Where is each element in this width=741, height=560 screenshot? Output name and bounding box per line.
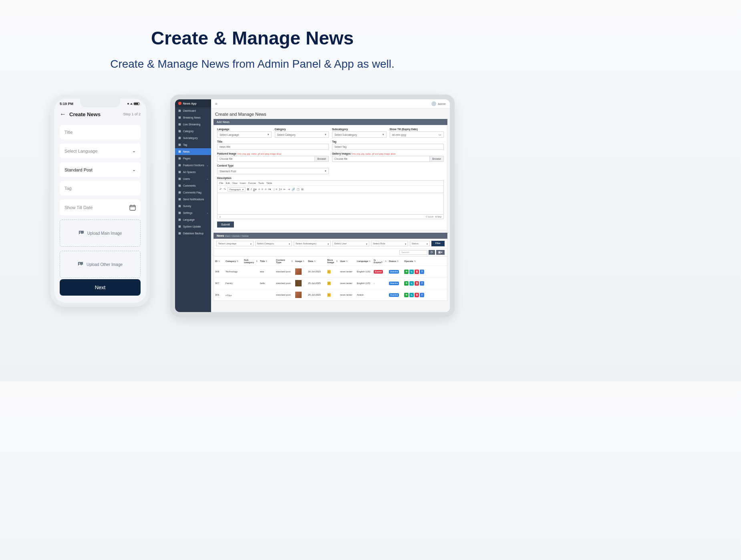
col-exp[interactable]: Is Expire?⇅	[373, 257, 388, 266]
undo-icon[interactable]: ↶	[219, 188, 222, 191]
outdent-icon[interactable]: ⇤	[284, 188, 286, 191]
sidebar-item-featured-sections[interactable]: Featured Sections‹	[175, 162, 211, 169]
columns-button[interactable]: ▦▾	[436, 250, 445, 255]
delete-button[interactable]: 🗑	[415, 270, 419, 274]
sidebar-item-ad-spaces[interactable]: Ad Spaces	[175, 169, 211, 175]
clone-button[interactable]: ⎘	[420, 293, 424, 297]
subcategory-select[interactable]: Select Subcategory▾	[332, 131, 387, 138]
align-justify-icon[interactable]: ≡▾	[268, 188, 271, 191]
title-input[interactable]: Title	[60, 125, 141, 139]
post-type-select[interactable]: Standard Post ⌄	[60, 162, 141, 177]
featured-browse-button[interactable]: Browse	[315, 156, 329, 162]
paragraph-select[interactable]: Paragraph ▾	[228, 187, 246, 191]
col-title[interactable]: Title⇅	[259, 257, 275, 266]
delete-button[interactable]: 🗑	[415, 281, 419, 286]
language-select[interactable]: Select Language ⌄	[60, 143, 141, 158]
sidebar-item-dashboard[interactable]: Dashboard	[175, 107, 211, 114]
italic-icon[interactable]: I	[251, 188, 252, 191]
menu-icon[interactable]: ≡	[215, 102, 217, 106]
filter-button[interactable]: Filter	[431, 241, 445, 246]
sidebar-item-users[interactable]: Users‹	[175, 175, 211, 182]
sidebar-item-subcategory[interactable]: Subcategory	[175, 135, 211, 141]
filter-language[interactable]: Select Language▾	[216, 241, 254, 246]
language-select[interactable]: Select Language▾	[217, 131, 272, 138]
sidebar-item-survey[interactable]: Survey	[175, 203, 211, 209]
filter-subcategory[interactable]: Select Subcategory▾	[294, 241, 331, 246]
title-input[interactable]: news title	[217, 144, 329, 150]
gallery-browse-button[interactable]: Browse	[430, 156, 444, 162]
bold-icon[interactable]: B	[247, 188, 249, 191]
category-select[interactable]: Select Category▾	[275, 131, 329, 138]
col-cat[interactable]: Category⇅	[224, 257, 243, 266]
redo-icon[interactable]: ↷	[224, 188, 226, 191]
col-id[interactable]: ID⇅	[214, 257, 224, 266]
content-type-select[interactable]: Standard Post▾	[217, 168, 329, 174]
edit-button[interactable]: ✎	[409, 293, 414, 297]
sidebar-item-language[interactable]: Language	[175, 216, 211, 223]
filter-user[interactable]: Select User▾	[332, 241, 370, 246]
editor-toolbar[interactable]: ↶↷ Paragraph ▾ BI A▾ ≡≡≡≡▾ ⋮≡1≡ ⇤⇥ 🔗▢⊞	[217, 186, 443, 193]
tag-select[interactable]: Select Tag	[332, 144, 444, 150]
align-right-icon[interactable]: ≡	[265, 188, 266, 191]
editor-menu[interactable]: FileEditViewInsertFormatToolsTable	[217, 181, 443, 186]
sidebar-item-live-streaming[interactable]: Live Streaming	[175, 121, 211, 128]
next-button[interactable]: Next	[60, 279, 141, 296]
submit-button[interactable]: Submit	[217, 222, 234, 228]
gallery-file-input[interactable]: Choose file	[332, 156, 430, 162]
col-ct[interactable]: Content Type⇅	[275, 257, 294, 266]
image-icon[interactable]: ▢	[297, 188, 300, 191]
col-user[interactable]: User⇅	[339, 257, 356, 266]
sidebar-item-system-update[interactable]: System Update	[175, 223, 211, 230]
edit-button[interactable]: ✎	[409, 270, 414, 274]
sidebar-item-send-notifications[interactable]: Send Notifications	[175, 196, 211, 203]
featured-file-input[interactable]: Choose file	[217, 156, 315, 162]
editor-menu-edit[interactable]: Edit	[226, 182, 230, 184]
clone-button[interactable]: ⎘	[420, 281, 424, 286]
user-menu[interactable]: Admin	[431, 101, 446, 106]
back-icon[interactable]: ←	[60, 111, 66, 118]
col-lang[interactable]: Language⇅	[356, 257, 373, 266]
upload-main-image[interactable]: Upload Main Image	[60, 220, 141, 247]
sidebar-item-settings[interactable]: Settings‹	[175, 209, 211, 216]
sidebar-item-comments-flag[interactable]: Comments Flag	[175, 189, 211, 196]
editor-menu-view[interactable]: View	[232, 182, 238, 184]
sidebar-item-news[interactable]: News	[175, 148, 211, 155]
tag-input[interactable]: Tag	[60, 181, 141, 195]
editor-menu-format[interactable]: Format	[248, 182, 256, 184]
view-button[interactable]: 👁	[404, 293, 409, 297]
align-left-icon[interactable]: ≡	[258, 188, 260, 191]
sidebar-item-pages[interactable]: Pages	[175, 155, 211, 162]
search-input[interactable]: Search	[399, 250, 427, 255]
col-stat[interactable]: Status⇅	[388, 257, 403, 266]
upload-other-image[interactable]: Upload Other Image	[60, 251, 141, 278]
link-icon[interactable]: 🔗	[292, 188, 295, 191]
list-ol-icon[interactable]: 1≡	[279, 188, 282, 191]
editor-body[interactable]	[217, 193, 444, 215]
refresh-button[interactable]: ⟳	[429, 250, 435, 255]
indent-icon[interactable]: ⇥	[288, 188, 290, 191]
underline-icon[interactable]: A▾	[253, 188, 257, 191]
sidebar-item-database-backup[interactable]: Database Backup	[175, 230, 211, 237]
col-sub[interactable]: Sub category⇅	[243, 257, 259, 266]
show-till-input[interactable]: dd-mm-yyyy▭	[390, 131, 444, 138]
col-more[interactable]: More Image⇅	[326, 257, 339, 266]
filter-status[interactable]: Status▾	[410, 241, 430, 246]
col-op[interactable]: Operate⇅	[403, 257, 447, 266]
view-button[interactable]: 👁	[404, 281, 409, 286]
editor-menu-insert[interactable]: Insert	[240, 182, 246, 184]
show-till-input[interactable]: Show Till Date	[60, 199, 141, 216]
filter-category[interactable]: Select Category▾	[255, 241, 292, 246]
align-center-icon[interactable]: ≡	[262, 188, 263, 191]
filter-role[interactable]: Select Role▾	[371, 241, 408, 246]
col-date[interactable]: Date⇅	[307, 257, 326, 266]
delete-button[interactable]: 🗑	[415, 293, 419, 297]
table-icon[interactable]: ⊞	[301, 188, 304, 191]
sidebar-item-comments[interactable]: Comments	[175, 182, 211, 189]
clone-button[interactable]: ⎘	[420, 270, 424, 274]
col-img[interactable]: Image⇅	[294, 257, 307, 266]
editor-menu-file[interactable]: File	[219, 182, 224, 184]
sidebar-item-tag[interactable]: Tag	[175, 141, 211, 148]
list-ul-icon[interactable]: ⋮≡	[273, 188, 277, 191]
view-button[interactable]: 👁	[404, 270, 409, 274]
editor-menu-tools[interactable]: Tools	[258, 182, 264, 184]
